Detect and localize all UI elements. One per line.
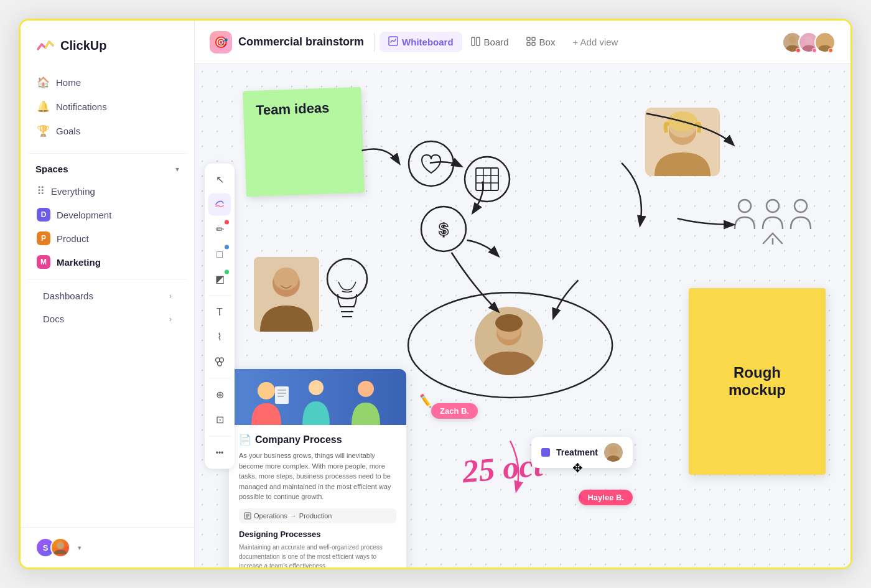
treatment-avatar	[604, 443, 623, 462]
whiteboard-canvas[interactable]: ↖ ✏ □ ◩	[195, 64, 850, 567]
doc-flow-to: Production	[299, 512, 332, 520]
doc-icon: 📄	[239, 434, 251, 446]
home-label: Home	[56, 77, 81, 88]
whiteboard-tab-icon	[388, 36, 398, 48]
tool-separator-1	[208, 295, 231, 296]
tool-cursor[interactable]: ↖	[208, 168, 231, 190]
avatar-m	[50, 538, 70, 558]
svg-point-18	[738, 200, 751, 212]
project-icon: 🎯	[210, 31, 232, 54]
sidebar-item-development[interactable]: D Development	[28, 203, 187, 226]
tool-more[interactable]: •••	[208, 441, 231, 464]
zach-badge-label: Zach B.	[440, 406, 469, 416]
collab-dot-3	[828, 48, 833, 53]
board-tab-label: Board	[484, 37, 509, 47]
user-chevron-icon: ▾	[78, 544, 82, 552]
doc-card-company-process[interactable]: 📄 Company Process As your business grows…	[229, 369, 406, 567]
user-area[interactable]: S ▾	[21, 527, 194, 567]
docs-label: Docs	[43, 314, 64, 324]
haylee-badge-label: Haylee B.	[587, 493, 624, 502]
tool-pencil[interactable]: ✏	[208, 218, 231, 240]
svg-point-46	[258, 382, 275, 399]
grid-circle	[462, 154, 512, 207]
svg-point-10	[821, 36, 829, 44]
svg-line-23	[773, 233, 782, 243]
sidebar-item-docs[interactable]: Docs ›	[28, 307, 187, 330]
whiteboard-tab-label: Whiteboard	[402, 37, 454, 47]
user-badge-zach[interactable]: Zach B.	[431, 403, 478, 419]
svg-text:$: $	[439, 220, 449, 239]
doc-section-title: Designing Processes	[239, 530, 396, 539]
svg-point-9	[805, 36, 813, 44]
sticky-note-team-ideas[interactable]: Team ideas	[243, 87, 365, 197]
treatment-label: Treatment	[556, 447, 598, 457]
tool-draw-multi[interactable]	[208, 193, 231, 215]
svg-point-20	[794, 200, 807, 212]
doc-section-text: Maintaining an accurate and well-organiz…	[239, 543, 396, 568]
spaces-header[interactable]: Spaces ▾	[21, 159, 194, 179]
tab-whiteboard[interactable]: Whiteboard	[380, 32, 462, 52]
goals-label: Goals	[56, 126, 80, 136]
sidebar-item-marketing[interactable]: M Marketing	[28, 250, 187, 274]
marketing-badge: M	[37, 255, 50, 269]
svg-rect-6	[527, 42, 530, 45]
tab-board[interactable]: Board	[462, 32, 518, 52]
tool-text[interactable]: T	[208, 301, 231, 323]
svg-rect-5	[532, 37, 535, 40]
sidebar-divider-2	[28, 279, 187, 279]
sidebar-item-everything[interactable]: ⠿ Everything	[28, 179, 187, 203]
topbar-divider	[374, 33, 375, 52]
tool-rect[interactable]: □	[208, 243, 231, 265]
box-tab-label: Box	[539, 37, 556, 47]
svg-point-48	[358, 381, 374, 397]
doc-title-row: 📄 Company Process	[239, 434, 396, 446]
dollar-circle: $	[419, 204, 468, 256]
tool-image[interactable]: ⊡	[208, 408, 231, 431]
svg-point-19	[766, 200, 779, 212]
tool-separator-2	[208, 378, 231, 378]
sidebar-item-goals[interactable]: 🏆 Goals	[28, 119, 187, 143]
dev-badge: D	[37, 208, 50, 222]
tool-panel: ↖ ✏ □ ◩	[205, 163, 235, 469]
person-photo-man	[254, 257, 319, 332]
tool-note[interactable]: ◩	[208, 268, 231, 290]
docs-chevron-icon: ›	[169, 315, 172, 324]
svg-point-0	[57, 541, 64, 549]
tool-globe[interactable]: ⊕	[208, 383, 231, 406]
logo-area[interactable]: ClickUp	[21, 35, 194, 70]
note-dot	[225, 269, 229, 274]
tool-connector[interactable]: ⌇	[208, 325, 231, 348]
rough-mockup-note[interactable]: Rough mockup	[689, 288, 826, 475]
tab-box[interactable]: Box	[518, 32, 564, 52]
sidebar-item-product[interactable]: P Product	[28, 226, 187, 250]
collab-avatars	[782, 32, 836, 53]
product-badge: P	[37, 231, 50, 245]
sidebar-item-home[interactable]: 🏠 Home	[28, 70, 187, 95]
tool-shapes[interactable]	[208, 350, 231, 373]
board-tab-icon	[471, 37, 480, 48]
notifications-label: Notifications	[56, 101, 107, 112]
pointer-cursor-icon: ↖	[577, 490, 588, 505]
svg-rect-2	[472, 37, 475, 45]
sidebar-item-notifications[interactable]: 🔔 Notifications	[28, 95, 187, 119]
project-name: Commercial brainstorm	[238, 35, 364, 49]
svg-point-13	[218, 362, 222, 366]
user-avatars: S	[35, 538, 70, 558]
svg-point-17	[668, 111, 697, 131]
move-cursor-icon: ✥	[572, 460, 583, 475]
doc-description: As your business grows, things will inev…	[239, 450, 396, 502]
box-tab-icon	[526, 37, 536, 48]
doc-body: 📄 Company Process As your business grows…	[229, 425, 406, 567]
add-view-label: + Add view	[572, 37, 618, 47]
home-icon: 🏠	[37, 76, 50, 89]
topbar: 🎯 Commercial brainstorm Whiteboard	[195, 21, 850, 64]
app-name: ClickUp	[60, 39, 106, 53]
dashboards-label: Dashboards	[43, 291, 93, 301]
svg-point-8	[789, 36, 796, 44]
sidebar-item-dashboards[interactable]: Dashboards ›	[28, 284, 187, 307]
goals-icon: 🏆	[37, 124, 50, 138]
rect-dot	[225, 245, 229, 249]
svg-rect-49	[275, 386, 289, 404]
notifications-icon: 🔔	[37, 100, 50, 113]
add-view-button[interactable]: + Add view	[564, 32, 626, 52]
